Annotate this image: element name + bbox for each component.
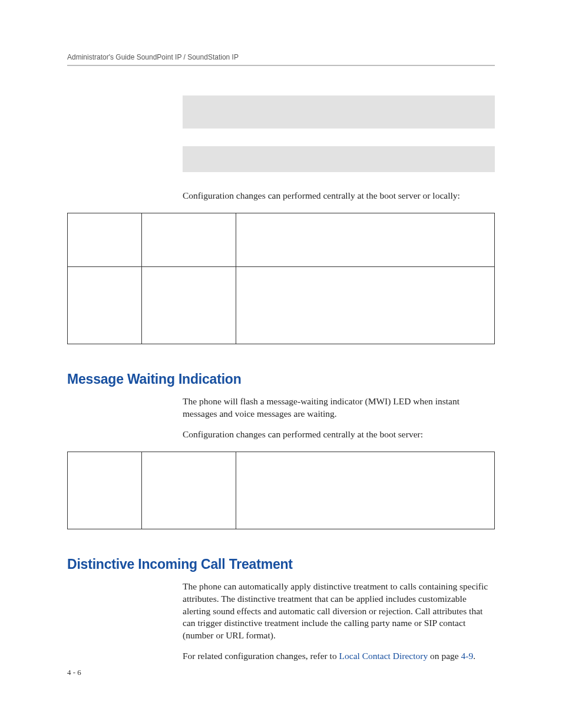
body-column-distinctive: The phone can automatically apply distin…: [183, 581, 495, 663]
table-cell: [68, 452, 142, 529]
mwi-p1: The phone will flash a message-waiting i…: [183, 396, 495, 420]
table-row: [68, 452, 495, 529]
table-cell: [236, 452, 495, 529]
header-rule: [67, 65, 495, 66]
distinctive-p2-mid: on page: [428, 651, 461, 661]
placeholder-box-2: [183, 146, 495, 172]
table-cell: [68, 266, 142, 344]
heading-distinctive: Distinctive Incoming Call Treatment: [67, 556, 495, 572]
placeholder-box-1: [183, 95, 495, 129]
running-header: Administrator's Guide SoundPoint IP / So…: [67, 53, 495, 61]
body-column-top: Configuration changes can performed cent…: [183, 95, 495, 202]
mwi-p2: Configuration changes can performed cent…: [183, 429, 495, 441]
intro-config-text: Configuration changes can performed cent…: [183, 190, 495, 202]
table-cell: [142, 452, 236, 529]
table-cell: [236, 213, 495, 266]
table-cell: [142, 266, 236, 344]
page-number: 4 - 6: [67, 668, 81, 677]
config-table-1: [67, 213, 495, 344]
heading-mwi: Message Waiting Indication: [67, 371, 495, 387]
table-cell: [236, 266, 495, 344]
distinctive-p2: For related configuration changes, refer…: [183, 650, 495, 663]
table-cell: [68, 213, 142, 266]
link-local-contact-directory[interactable]: Local Contact Directory: [339, 651, 428, 661]
page: Administrator's Guide SoundPoint IP / So…: [0, 0, 562, 728]
distinctive-p2-pre: For related configuration changes, refer…: [183, 651, 339, 661]
config-table-2: [67, 452, 495, 529]
distinctive-p1: The phone can automatically apply distin…: [183, 581, 495, 643]
table-row: [68, 213, 495, 266]
link-page-ref[interactable]: 4-9: [461, 651, 474, 661]
body-column-mwi: The phone will flash a message-waiting i…: [183, 396, 495, 441]
table-row: [68, 266, 495, 344]
table-cell: [142, 213, 236, 266]
distinctive-p2-post: .: [473, 651, 475, 661]
